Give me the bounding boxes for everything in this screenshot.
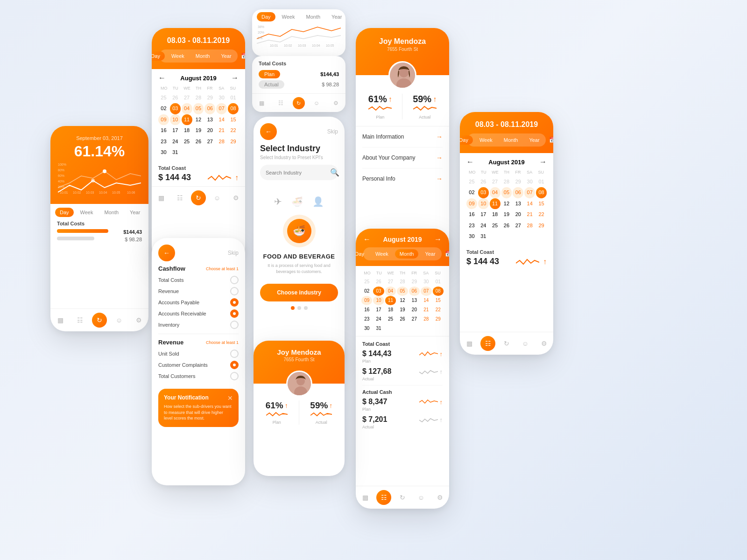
c8-tab-month[interactable]: Month <box>499 135 523 145</box>
c8-month: August 2019 <box>488 159 524 166</box>
mini-tab-week[interactable]: Week <box>277 12 300 21</box>
c5-plan-pct: 61% <box>368 94 387 105</box>
c3-notif-title: Your Notification <box>164 394 209 401</box>
svg-text:10.05: 10.05 <box>112 191 120 194</box>
tab-day[interactable]: Day <box>55 208 74 217</box>
c3-revenue-items: Unit Sold Customer Complaints Total Cust… <box>158 350 239 380</box>
tab-year[interactable]: Year <box>125 208 145 217</box>
c3-inventory: Inventory <box>158 322 179 328</box>
nav-chart-icon[interactable]: ▩ <box>53 313 68 328</box>
c6-cal-icon[interactable]: 📅 <box>442 249 449 259</box>
mini-nav-person[interactable]: ☺ <box>309 96 324 111</box>
c3-radio-revenue[interactable] <box>230 287 239 295</box>
c4-dot-2[interactable] <box>297 306 301 310</box>
nav-gear-icon[interactable]: ⚙ <box>131 313 146 328</box>
c2-prev-btn[interactable]: ← <box>158 74 166 82</box>
c3-radio-ap[interactable] <box>230 298 239 307</box>
c3-notif-close[interactable]: ✕ <box>227 394 233 402</box>
c3-radio-unit[interactable] <box>230 350 239 358</box>
nav-refresh-icon[interactable]: ↻ <box>92 313 107 328</box>
mini-nav-gear[interactable]: ⚙ <box>328 96 343 111</box>
mini-actual-tag: Actual <box>259 80 284 89</box>
mini-nav-refresh[interactable]: ↻ <box>293 97 305 109</box>
c5-personal-item[interactable]: Personal Info → <box>362 168 443 189</box>
mini-tab-day[interactable]: Day <box>257 12 275 21</box>
nav-list-icon[interactable]: ☷ <box>72 313 87 328</box>
c2-nav-refresh[interactable]: ↻ <box>191 190 206 205</box>
card1-percent: 61.14% <box>58 143 141 160</box>
c8-tab-year[interactable]: Year <box>524 135 544 145</box>
c2-nav-chart[interactable]: ▩ <box>154 190 169 205</box>
c2-up-icon: ↑ <box>235 174 239 182</box>
mini-nav-list[interactable]: ☷ <box>274 96 289 111</box>
c6-tab-week[interactable]: Week <box>371 249 393 259</box>
c6-nav-refresh[interactable]: ↻ <box>395 490 410 505</box>
nav-person-icon[interactable]: ☺ <box>112 313 127 328</box>
c6-next-btn[interactable]: → <box>434 235 442 244</box>
card-mini-costs: Total Costs Plan $144,43 Actual $ 98.28 … <box>252 56 345 112</box>
c2-nav-person[interactable]: ☺ <box>210 190 225 205</box>
c6-cash-actual-up: ↑ <box>440 416 443 423</box>
c5-main-info-item[interactable]: Main Information → <box>362 126 443 147</box>
c2-nav-gear[interactable]: ⚙ <box>228 190 243 205</box>
c6-nav-person[interactable]: ☺ <box>414 490 429 505</box>
c8-days-header: MOTUWETHFRSASU <box>466 170 547 175</box>
c2-tab-day[interactable]: Day <box>152 51 165 61</box>
c2-next-btn[interactable]: → <box>231 74 239 82</box>
c5-company-item[interactable]: About Your Company → <box>362 147 443 168</box>
c8-tab-week[interactable]: Week <box>475 135 497 145</box>
c8-next-btn[interactable]: → <box>539 158 547 166</box>
c4-back-btn[interactable]: ← <box>260 123 277 140</box>
c3-radio-total[interactable] <box>230 276 239 284</box>
c3-radio-inv[interactable] <box>230 321 239 329</box>
c3-radio-complaints[interactable] <box>230 361 239 369</box>
c8-nav-list[interactable]: ☷ <box>480 336 495 351</box>
mini-nav-chart[interactable]: ▩ <box>254 96 269 111</box>
c2-tab-month[interactable]: Month <box>191 51 215 61</box>
c6-actual-cash-label: Actual Cash <box>362 389 443 395</box>
c2-tab-year[interactable]: Year <box>216 51 236 61</box>
c8-nav-person[interactable]: ☺ <box>518 336 533 351</box>
tab-week[interactable]: Week <box>76 208 98 217</box>
c8-prev-btn[interactable]: ← <box>466 158 474 166</box>
c3-radio-customers[interactable] <box>230 372 239 380</box>
c2-bottom-nav: ▩ ☷ ↻ ☺ ⚙ <box>152 186 245 209</box>
mini-tab-year[interactable]: Year <box>327 12 345 21</box>
c6-total-coast-label: Total Coast <box>362 341 443 347</box>
c6-prev-btn[interactable]: ← <box>363 235 371 244</box>
c2-tab-week[interactable]: Week <box>167 51 189 61</box>
c6-nav-list[interactable]: ☷ <box>376 490 391 505</box>
card-calendar-left: 08.03 - 08.11.2019 Day Week Month Year 📅… <box>152 28 245 261</box>
tab-month[interactable]: Month <box>99 208 123 217</box>
c4-choose-btn[interactable]: Choose industry <box>260 284 338 301</box>
c4-search-icon: 🔍 <box>330 168 339 177</box>
c4-dot-1[interactable] <box>291 306 295 310</box>
mini-plan-tag: Plan <box>259 70 280 78</box>
c2-nav-list[interactable]: ☷ <box>172 190 187 205</box>
c4-dot-3[interactable] <box>304 306 308 310</box>
c2-cal-icon[interactable]: 📅 <box>238 51 245 61</box>
c2-week4: 161718 1920 2122 <box>158 125 239 136</box>
c8-nav-gear[interactable]: ⚙ <box>536 336 551 351</box>
c6-tab-month[interactable]: Month <box>395 249 419 259</box>
c6-tab-year[interactable]: Year <box>420 249 440 259</box>
c6-actual-value: $ 127,68 <box>362 367 391 376</box>
c6-actual-up: ↑ <box>440 368 443 375</box>
c5-actual-arrow: ↑ <box>433 95 437 104</box>
c8-nav-chart[interactable]: ▩ <box>462 336 477 351</box>
c4-skip[interactable]: Skip <box>327 128 338 135</box>
c8-nav-refresh[interactable]: ↻ <box>499 336 514 351</box>
c4-search-input[interactable] <box>266 170 330 175</box>
c6-nav-chart[interactable]: ▩ <box>358 490 373 505</box>
c3-radio-ar[interactable] <box>230 309 239 318</box>
c8-cal-icon[interactable]: 📅 <box>546 135 553 145</box>
mini-tab-month[interactable]: Month <box>301 12 325 21</box>
c6-tab-day[interactable]: Day <box>356 249 369 259</box>
c3-skip[interactable]: Skip <box>228 250 239 256</box>
c6-nav-gear[interactable]: ⚙ <box>432 490 447 505</box>
c3-back-btn[interactable]: ← <box>158 245 175 261</box>
c6-plan-sub-label: Plan <box>362 359 443 364</box>
c2-week3: 09 10 11 1213 1415 <box>158 114 239 125</box>
c5-main-info-arrow: → <box>436 133 443 140</box>
c8-tab-day[interactable]: Day <box>460 135 473 145</box>
